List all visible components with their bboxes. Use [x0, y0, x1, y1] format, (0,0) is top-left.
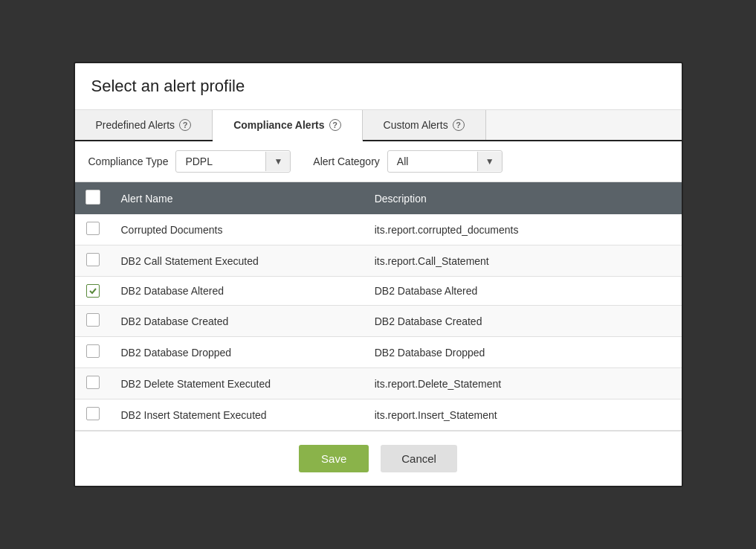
- compliance-type-filter: Compliance Type PDPL ▼: [88, 150, 291, 173]
- header-description: Description: [364, 182, 682, 214]
- row-alert-name: DB2 Database Created: [111, 306, 364, 337]
- compliance-type-value: PDPL: [176, 151, 265, 172]
- row-checkbox[interactable]: [86, 407, 100, 420]
- row-checkbox[interactable]: [86, 344, 100, 358]
- row-checkbox-cell: [75, 306, 111, 337]
- row-description: its.report.Delete_Statement: [364, 368, 682, 399]
- table-row: DB2 Delete Statement Executedits.report.…: [75, 368, 682, 399]
- table-row: DB2 Database AlteredDB2 Database Altered: [75, 277, 682, 306]
- compliance-type-label: Compliance Type: [88, 155, 169, 167]
- alert-category-filter: Alert Category All ▼: [313, 150, 502, 173]
- tab-custom-label: Custom Alerts: [384, 119, 448, 131]
- compliance-type-dropdown-arrow[interactable]: ▼: [265, 152, 290, 171]
- row-description: DB2 Database Created: [364, 306, 682, 337]
- alert-category-value: All: [388, 151, 477, 172]
- row-alert-name: DB2 Delete Statement Executed: [111, 368, 364, 399]
- row-checkbox[interactable]: [86, 222, 100, 235]
- dialog-footer: Save Cancel: [75, 431, 682, 486]
- row-checkbox-cell: [75, 368, 111, 399]
- row-checkbox[interactable]: [86, 253, 100, 266]
- row-description: DB2 Database Altered: [364, 277, 682, 306]
- row-description: DB2 Database Dropped: [364, 337, 682, 368]
- tab-predefined-label: Predefined Alerts: [96, 119, 175, 131]
- row-checkbox-cell: [75, 277, 111, 306]
- row-description: its.report.corrupted_documents: [364, 214, 682, 245]
- tab-compliance-label: Compliance Alerts: [233, 119, 324, 131]
- tab-compliance[interactable]: Compliance Alerts ?: [213, 110, 362, 141]
- dialog: Select an alert profile Predefined Alert…: [74, 62, 683, 487]
- tabs-bar: Predefined Alerts ? Compliance Alerts ? …: [75, 110, 682, 141]
- table-row: DB2 Insert Statement Executedits.report.…: [75, 399, 682, 431]
- filters-bar: Compliance Type PDPL ▼ Alert Category Al…: [75, 141, 682, 182]
- alert-category-label: Alert Category: [313, 155, 379, 167]
- alert-category-select[interactable]: All ▼: [387, 150, 503, 173]
- alerts-table: Alert Name Description Corrupted Documen…: [75, 182, 682, 431]
- row-alert-name: DB2 Database Dropped: [111, 337, 364, 368]
- predefined-help-icon[interactable]: ?: [179, 119, 191, 131]
- row-checkbox[interactable]: [86, 376, 100, 389]
- custom-help-icon[interactable]: ?: [453, 119, 465, 131]
- row-checkbox[interactable]: [86, 284, 100, 298]
- table-row: Corrupted Documentsits.report.corrupted_…: [75, 214, 682, 245]
- row-checkbox-cell: [75, 214, 111, 245]
- header-checkbox[interactable]: [85, 190, 100, 205]
- alerts-table-wrapper: Alert Name Description Corrupted Documen…: [75, 182, 682, 431]
- save-button[interactable]: Save: [299, 445, 369, 472]
- dialog-title: Select an alert profile: [75, 63, 682, 110]
- header-checkbox-col: [75, 182, 111, 214]
- table-row: DB2 Database DroppedDB2 Database Dropped: [75, 337, 682, 368]
- tab-predefined[interactable]: Predefined Alerts ?: [75, 110, 213, 140]
- cancel-button[interactable]: Cancel: [381, 445, 457, 472]
- alert-category-dropdown-arrow[interactable]: ▼: [477, 152, 502, 171]
- table-body: Corrupted Documentsits.report.corrupted_…: [75, 214, 682, 431]
- table-header-row: Alert Name Description: [75, 182, 682, 214]
- compliance-type-select[interactable]: PDPL ▼: [175, 150, 291, 173]
- row-alert-name: DB2 Database Altered: [111, 277, 364, 306]
- row-description: its.report.Insert_Statement: [364, 399, 682, 431]
- table-row: DB2 Database CreatedDB2 Database Created: [75, 306, 682, 337]
- row-checkbox[interactable]: [86, 313, 100, 327]
- tab-custom[interactable]: Custom Alerts ?: [363, 110, 486, 140]
- compliance-help-icon[interactable]: ?: [329, 119, 341, 131]
- row-checkbox-cell: [75, 337, 111, 368]
- row-alert-name: DB2 Insert Statement Executed: [111, 399, 364, 431]
- row-description: its.report.Call_Statement: [364, 245, 682, 277]
- header-alert-name: Alert Name: [111, 182, 364, 214]
- table-row: DB2 Call Statement Executedits.report.Ca…: [75, 245, 682, 277]
- row-alert-name: Corrupted Documents: [111, 214, 364, 245]
- row-alert-name: DB2 Call Statement Executed: [111, 245, 364, 277]
- row-checkbox-cell: [75, 399, 111, 431]
- row-checkbox-cell: [75, 245, 111, 277]
